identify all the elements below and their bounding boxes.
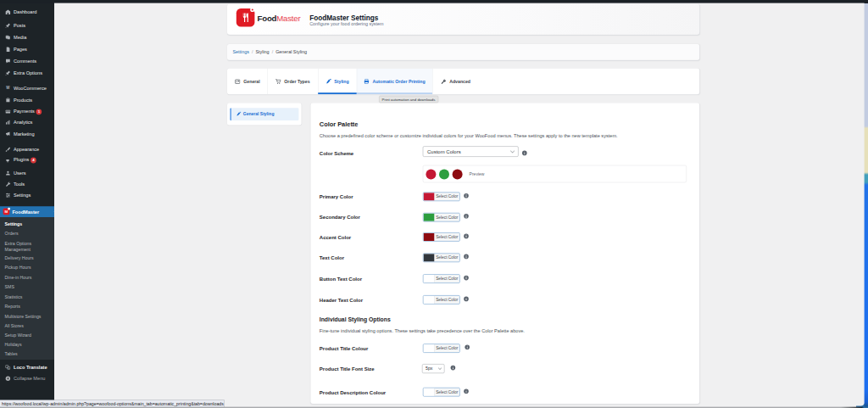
svg-text:W: W [6,86,10,90]
